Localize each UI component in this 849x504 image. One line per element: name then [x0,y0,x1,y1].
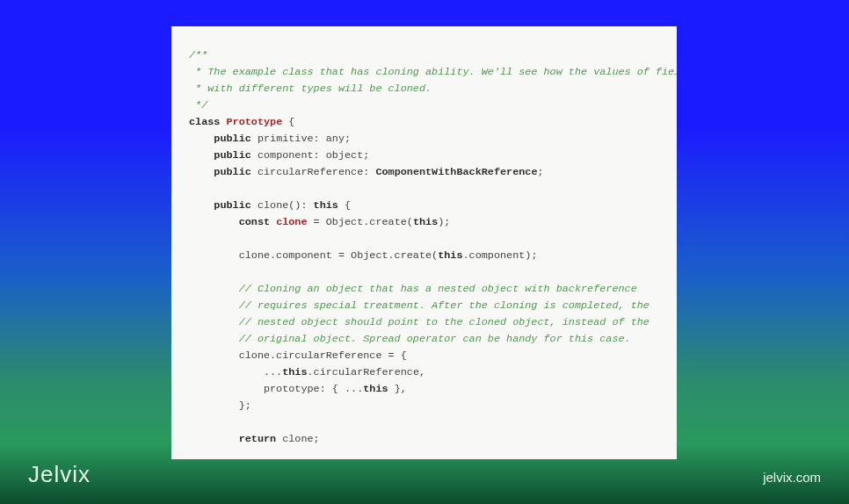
code-text: = Object.create( [308,216,413,228]
comment-line: */ [189,99,207,112]
comment-line: // requires special treatment. After the… [239,299,649,312]
brace: { [282,116,294,128]
code-text: clone.circularReference = { [239,349,407,362]
code-block: /** * The example class that has cloning… [189,47,659,448]
code-text: clone.component = Object.create( [239,249,439,262]
code-text: clone; [276,433,320,445]
site-url-text: jelvix.com [763,470,821,485]
code-text: .component); [463,249,538,262]
brace: { [338,199,351,212]
keyword-this: this [282,366,307,378]
keyword-public: public [214,166,250,178]
keyword-const: const [239,216,276,228]
keyword-return: return [239,433,276,445]
brand-logo-text: Jelvix [28,461,91,488]
semicolon: ; [537,166,543,178]
type-name: ComponentWithBackReference [375,166,537,178]
code-text: }; [239,400,251,412]
keyword-this: this [314,199,338,212]
method-sig: clone(): [251,199,314,212]
code-text: ); [438,216,450,228]
code-text: }, [388,383,407,395]
comment-line: // original object. Spread operator can … [239,333,631,345]
class-name: Prototype [227,116,283,128]
keyword-public: public [214,199,250,212]
code-text: .circularReference, [308,366,426,378]
keyword-this: this [413,216,438,228]
comment-line: // Cloning an object that has a nested o… [239,283,637,295]
keyword-this: this [363,383,388,395]
code-snippet-card: /** * The example class that has cloning… [171,26,677,459]
comment-line: * The example class that has cloning abi… [189,66,677,78]
keyword-public: public [214,149,250,162]
member-decl: circularReference: [251,166,376,178]
comment-line: * with different types will be cloned. [189,83,432,95]
keyword-class: class [189,116,220,128]
code-text: prototype: { ... [264,383,363,395]
keyword-this: this [438,249,462,262]
comment-line: /** [189,49,207,61]
spread-op: ... [264,366,282,378]
member-decl: primitive: any; [251,133,351,145]
page-background: /** * The example class that has cloning… [0,0,849,504]
comment-line: // nested object should point to the clo… [239,316,649,328]
var-clone: clone [276,216,307,228]
keyword-public: public [214,133,250,145]
member-decl: component: object; [251,149,370,162]
